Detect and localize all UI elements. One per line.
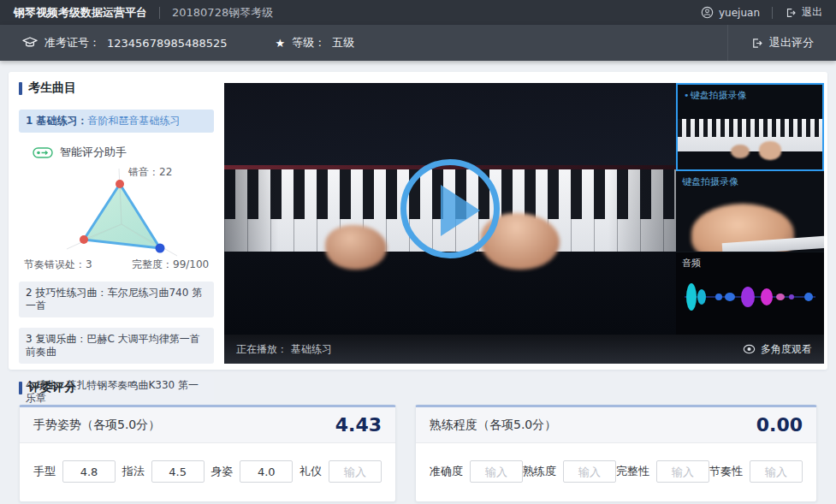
radar-label-completeness: 完整度：99/100 (132, 258, 209, 272)
field-rhythm-label: 节奏性 (709, 464, 743, 479)
track-1-value: 音阶和琶音基础练习 (88, 115, 181, 127)
score-card-proficiency: 熟练程度（各项5.0分） 0.00 准确度 熟练度 完整性 节奏性 (415, 405, 817, 502)
play-button[interactable] (400, 159, 500, 258)
exam-info-bar: 准考证号： 12345678985488525 ★ 等级： 五级 退出评分 (0, 25, 836, 61)
user-icon (701, 6, 714, 19)
exit-scoring-button[interactable]: 退出评分 (727, 25, 814, 61)
mini-piano-keys (678, 119, 822, 151)
main-video-frame[interactable] (224, 83, 676, 335)
active-dot: • (684, 90, 690, 101)
logout-icon (785, 7, 797, 19)
field-completeness: 完整性 (616, 460, 709, 483)
field-body-posture-input[interactable] (240, 460, 293, 483)
field-fingering-label: 指法 (122, 464, 145, 479)
card-proficiency-header: 熟练程度（各项5.0分） 0.00 (416, 407, 816, 443)
card-proficiency-title: 熟练程度（各项5.0分） (430, 418, 556, 433)
track-2-label: 2 技巧性练习曲： (26, 287, 107, 299)
field-rhythm: 节奏性 (709, 460, 803, 483)
section-marker (19, 382, 22, 394)
multi-angle-button[interactable]: 多角度观看 (743, 342, 812, 357)
user-menu[interactable]: yuejuan (701, 6, 760, 19)
card-posture-score: 4.43 (335, 414, 382, 436)
graduation-cap-icon (22, 36, 38, 50)
user-name: yuejuan (719, 7, 760, 19)
track-list: 考生曲目 1 基础练习：音阶和琶音基础练习 智能评分助手 (19, 80, 214, 410)
app-title: 钢琴视频考级数据运营平台 (14, 5, 147, 21)
card-posture-title: 手势姿势（各项5.0分） (33, 418, 160, 433)
track-item-3[interactable]: 3 复调乐曲：巴赫C 大调平均律第一首前奏曲 (19, 328, 214, 364)
ticket-number: 12345678985488525 (107, 37, 228, 50)
section-marker (19, 82, 22, 95)
score-card-posture: 手势姿势（各项5.0分） 4.43 手型 指法 身姿 礼仪 (19, 405, 396, 502)
field-fingering: 指法 (122, 460, 205, 483)
exam-main-panel: 考生曲目 1 基础练习：音阶和琶音基础练习 智能评分助手 (9, 72, 827, 370)
field-fingering-input[interactable] (151, 460, 205, 483)
radar-point-wrong-notes (116, 180, 124, 188)
field-proficiency-label: 熟练度 (523, 464, 556, 479)
assistant-label: 智能评分助手 (60, 145, 127, 160)
track-1-label: 1 基础练习： (26, 115, 88, 127)
thumbnail-1-label: •键盘拍摄录像 (684, 89, 747, 102)
field-body-posture-label: 身姿 (210, 464, 233, 479)
angle-thumbnails: •键盘拍摄录像 键盘拍摄录像 音频 (676, 83, 824, 335)
piano-body (224, 252, 676, 335)
field-hand-shape: 手型 (33, 460, 116, 483)
radar-chart: 错音：22 节奏错误处：3 完整度：99/100 (19, 163, 214, 271)
ticket-label: 准考证号： (44, 35, 100, 50)
track-item-1[interactable]: 1 基础练习：音阶和琶音基础练习 (19, 110, 214, 133)
field-etiquette-label: 礼仪 (299, 464, 322, 479)
track-list-title: 考生曲目 (28, 80, 76, 96)
exit-scoring-label: 退出评分 (769, 35, 814, 50)
star-icon: ★ (276, 37, 286, 50)
scoring-header: 评委评分 (9, 380, 827, 395)
now-playing: 正在播放： 基础练习 (236, 342, 332, 357)
mini-hand-2 (759, 141, 781, 160)
field-etiquette-input[interactable] (329, 460, 382, 483)
track-item-2[interactable]: 2 技巧性练习曲：车尔尼练习曲740 第一首 (19, 282, 214, 317)
radar-label-wrong-notes: 错音：22 (128, 165, 172, 180)
track-list-header: 考生曲目 (19, 80, 214, 96)
level-value: 五级 (332, 35, 354, 50)
judge-scoring-section: 评委评分 手势姿势（各项5.0分） 4.43 手型 指法 身姿 (9, 380, 827, 502)
divider (159, 7, 160, 19)
field-proficiency-input[interactable] (563, 460, 616, 483)
field-hand-shape-label: 手型 (33, 464, 56, 479)
field-hand-shape-input[interactable] (62, 460, 116, 483)
field-proficiency: 熟练度 (523, 460, 616, 483)
mini-hand (731, 145, 750, 158)
level-label: 等级： (292, 35, 325, 50)
top-navbar: 钢琴视频考级数据运营平台 20180728钢琴考级 yuejuan 退出 (0, 0, 836, 25)
now-playing-label: 正在播放： (236, 342, 288, 357)
scoring-title: 评委评分 (28, 380, 76, 395)
eye-icon (743, 344, 756, 354)
field-completeness-input[interactable] (656, 460, 709, 483)
thumbnail-keyboard-cam-1[interactable]: •键盘拍摄录像 (676, 83, 824, 171)
thumbnail-audio[interactable]: 音频 (676, 252, 824, 335)
multi-angle-label: 多角度观看 (761, 342, 812, 357)
card-proficiency-score: 0.00 (756, 414, 803, 436)
radar-point-completeness (156, 244, 165, 253)
field-accuracy: 准确度 (430, 460, 523, 483)
thumbnail-audio-label: 音频 (682, 257, 701, 270)
field-completeness-label: 完整性 (616, 464, 649, 479)
pianist-left-hand (325, 225, 387, 270)
field-accuracy-label: 准确度 (430, 464, 463, 479)
level-info: ★ 等级： 五级 (276, 35, 355, 50)
logout-button[interactable]: 退出 (785, 5, 822, 20)
field-accuracy-input[interactable] (470, 460, 523, 483)
video-control-bar: 正在播放： 基础练习 多角度观看 (224, 335, 824, 364)
session-title: 20180728钢琴考级 (172, 5, 273, 21)
video-player: •键盘拍摄录像 键盘拍摄录像 音频 (224, 83, 824, 364)
field-body-posture: 身姿 (210, 460, 293, 483)
thumbnail-2-label: 键盘拍摄录像 (682, 175, 738, 188)
field-rhythm-input[interactable] (750, 460, 803, 483)
logout-label: 退出 (802, 5, 822, 20)
radar-chart-svg (19, 163, 214, 271)
assistant-toggle-icon (33, 147, 53, 158)
ai-score-assistant[interactable]: 智能评分助手 (33, 145, 214, 160)
field-etiquette: 礼仪 (299, 460, 382, 483)
now-playing-track: 基础练习 (291, 342, 332, 357)
exit-scoring-icon (750, 37, 763, 50)
thumbnail-keyboard-cam-2[interactable]: 键盘拍摄录像 (676, 171, 824, 252)
ticket-info: 准考证号： 12345678985488525 (22, 35, 228, 50)
